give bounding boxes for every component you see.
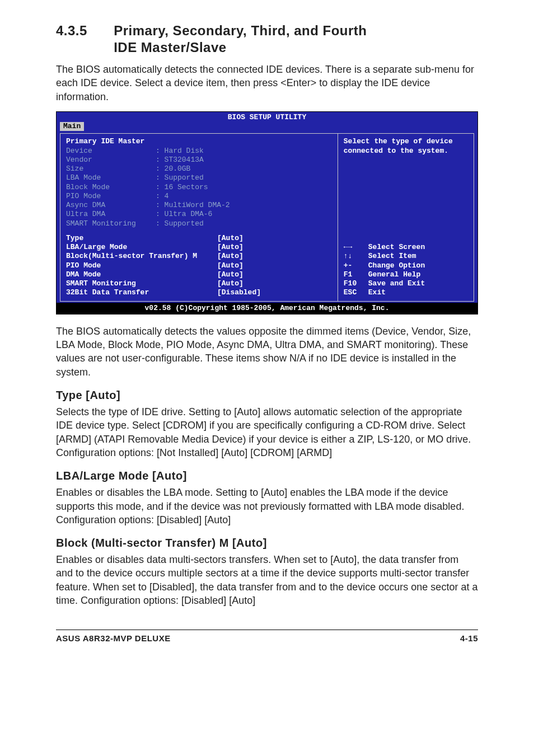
legend-key: F10 (344, 279, 368, 288)
block-body: Enables or disables data multi-sectors t… (56, 553, 478, 607)
option-label: Type (66, 234, 217, 243)
option-label: DMA Mode (66, 270, 217, 279)
info-label: LBA Mode (66, 173, 156, 182)
info-value: : Hard Disk (156, 147, 204, 156)
info-row: Device: Hard Disk (66, 147, 332, 156)
info-row: PIO Mode: 4 (66, 192, 332, 201)
info-label: SMART Monitoring (66, 219, 156, 228)
legend-key: +- (344, 261, 368, 270)
info-label: Size (66, 165, 156, 173)
bios-panel: Primary IDE Master Device: Hard Disk Ven… (60, 133, 474, 301)
info-row: Block Mode: 16 Sectors (66, 183, 332, 192)
legend-row: ESCExit (344, 288, 468, 297)
info-label: PIO Mode (66, 192, 156, 201)
option-row: 32Bit Data Transfer[Disabled] (66, 288, 332, 297)
section-title: Primary, Secondary, Third, and Fourth ID… (114, 22, 367, 56)
info-label: Device (66, 147, 156, 156)
bios-info-block: Device: Hard Disk Vendor: ST320413A Size… (66, 147, 332, 228)
option-value: [Auto] (217, 279, 243, 288)
after-bios-paragraph: The BIOS automatically detects the value… (56, 325, 478, 379)
info-value: : 20.0GB (156, 165, 190, 173)
info-row: Size: 20.0GB (66, 165, 332, 173)
type-heading: Type [Auto] (56, 389, 478, 402)
info-value: : 16 Sectors (156, 183, 208, 192)
info-value: : ST320413A (156, 156, 204, 165)
lba-heading: LBA/Large Mode [Auto] (56, 469, 478, 482)
option-value: [Auto] (217, 270, 243, 279)
info-value: : Supported (156, 219, 204, 228)
option-row: PIO Mode[Auto] (66, 261, 332, 270)
option-label: Block(Multi-sector Transfer) M (66, 252, 217, 261)
section-heading: 4.3.5 Primary, Secondary, Third, and Fou… (56, 22, 478, 56)
info-row: Ultra DMA: Ultra DMA-6 (66, 210, 332, 219)
bios-copyright: v02.58 (C)Copyright 1985-2005, American … (57, 303, 477, 314)
legend-row: ←→Select Screen (344, 243, 468, 252)
bios-legend: ←→Select Screen ↑↓Select Item +-Change O… (344, 237, 468, 298)
legend-row: +-Change Option (344, 261, 468, 270)
info-row: LBA Mode: Supported (66, 173, 332, 182)
option-value: [Auto] (217, 234, 243, 243)
info-value: : Ultra DMA-6 (156, 210, 212, 219)
bios-title: BIOS SETUP UTILITY (57, 112, 477, 122)
bios-screenshot: BIOS SETUP UTILITY Main Primary IDE Mast… (56, 111, 478, 314)
legend-desc: Save and Exit (368, 279, 425, 288)
info-label: Ultra DMA (66, 210, 156, 219)
option-row: SMART Monitoring[Auto] (66, 279, 332, 288)
section-title-line1: Primary, Secondary, Third, and Fourth (114, 23, 367, 38)
page-footer: ASUS A8R32-MVP DELUXE 4-15 (56, 630, 478, 643)
block-heading: Block (Multi-sector Transfer) M [Auto] (56, 537, 478, 550)
legend-desc: Select Item (368, 252, 416, 261)
info-value: : 4 (156, 192, 168, 201)
option-value: [Auto] (217, 243, 243, 252)
option-value: [Disabled] (217, 288, 261, 297)
bios-left-pane: Primary IDE Master Device: Hard Disk Ven… (60, 133, 338, 301)
footer-left: ASUS A8R32-MVP DELUXE (56, 633, 171, 643)
legend-row: ↑↓Select Item (344, 252, 468, 261)
option-label: SMART Monitoring (66, 279, 217, 288)
option-row: Type[Auto] (66, 234, 332, 243)
bios-menubar: Main (57, 122, 477, 133)
info-label: Async DMA (66, 201, 156, 210)
bios-right-pane: Select the type of device connected to t… (338, 133, 474, 301)
legend-row: F1General Help (344, 270, 468, 279)
info-row: SMART Monitoring: Supported (66, 219, 332, 228)
info-label: Vendor (66, 156, 156, 165)
legend-desc: Exit (368, 288, 386, 297)
legend-desc: Select Screen (368, 243, 425, 252)
option-row: Block(Multi-sector Transfer) M[Auto] (66, 252, 332, 261)
lba-body: Enables or disables the LBA mode. Settin… (56, 486, 478, 527)
legend-key: ←→ (344, 243, 368, 252)
legend-desc: General Help (368, 270, 421, 279)
footer-right: 4-15 (460, 633, 478, 643)
option-value: [Auto] (217, 252, 243, 261)
legend-row: F10Save and Exit (344, 279, 468, 288)
bios-tab-main: Main (60, 122, 84, 131)
intro-paragraph: The BIOS automatically detects the conne… (56, 63, 478, 104)
info-label: Block Mode (66, 183, 156, 192)
info-row: Async DMA: MultiWord DMA-2 (66, 201, 332, 210)
legend-key: F1 (344, 270, 368, 279)
legend-key: ESC (344, 288, 368, 297)
info-row: Vendor: ST320413A (66, 156, 332, 165)
bios-help-text: Select the type of device connected to t… (344, 137, 468, 156)
info-value: : Supported (156, 173, 204, 182)
section-number: 4.3.5 (56, 22, 110, 39)
type-body: Selects the type of IDE drive. Setting t… (56, 405, 478, 459)
section-title-line2: IDE Master/Slave (114, 40, 226, 55)
bios-option-block: Type[Auto] LBA/Large Mode[Auto] Block(Mu… (66, 234, 332, 298)
info-value: : MultiWord DMA-2 (156, 201, 230, 210)
option-value: [Auto] (217, 261, 243, 270)
legend-desc: Change Option (368, 261, 425, 270)
option-label: 32Bit Data Transfer (66, 288, 217, 297)
option-row: DMA Mode[Auto] (66, 270, 332, 279)
option-label: LBA/Large Mode (66, 243, 217, 252)
legend-key: ↑↓ (344, 252, 368, 261)
bios-panel-title: Primary IDE Master (66, 137, 332, 146)
option-label: PIO Mode (66, 261, 217, 270)
option-row: LBA/Large Mode[Auto] (66, 243, 332, 252)
